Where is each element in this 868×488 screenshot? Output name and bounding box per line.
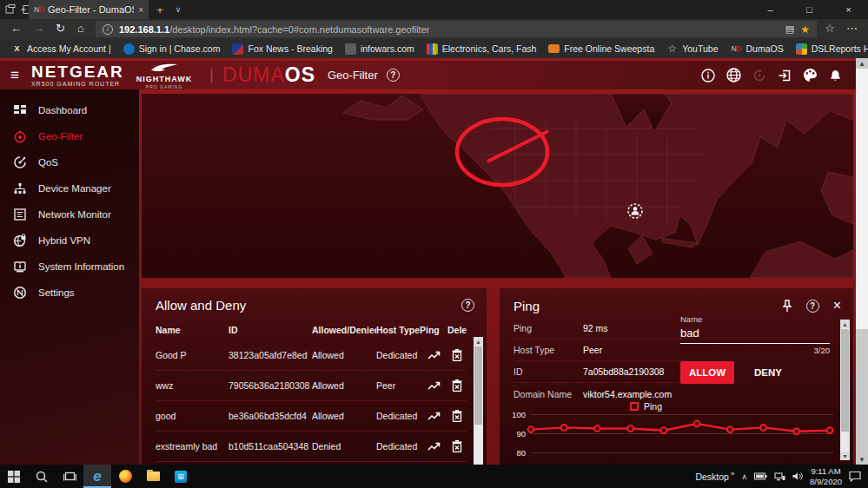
- infowars-icon: [345, 43, 356, 55]
- ping-line-chart: [522, 408, 838, 462]
- ping-data-point: [627, 425, 633, 432]
- bookmark-chase[interactable]: Sign in | Chase.com: [117, 39, 227, 58]
- ping-details: Ping92 ms Host TypePeer ID7a05bd88a21903…: [514, 318, 684, 405]
- theme-palette-icon[interactable]: [803, 68, 818, 82]
- taskbar-firefox-icon[interactable]: [111, 465, 139, 488]
- info-icon[interactable]: [701, 69, 715, 82]
- bookmark-access-account[interactable]: X Access My Account |: [5, 39, 117, 58]
- task-view-icon[interactable]: [56, 465, 83, 488]
- hamburger-menu-icon[interactable]: ≡: [10, 67, 19, 84]
- home-icon[interactable]: ⌂: [77, 22, 84, 35]
- page-scrollbar[interactable]: ▲ ▼: [856, 58, 868, 465]
- hub-favorites-icon[interactable]: ☆: [825, 22, 835, 35]
- ping-panel-scrollbar[interactable]: ▲ ▼: [840, 320, 850, 460]
- site-info-icon[interactable]: i: [103, 24, 113, 35]
- system-information-icon: [13, 260, 27, 274]
- language-globe-icon[interactable]: [726, 68, 741, 82]
- deny-button[interactable]: DENY: [746, 361, 790, 384]
- page-help-icon[interactable]: ?: [387, 69, 400, 82]
- sidebar-item-hybrid-vpn[interactable]: Hybrid VPN: [0, 228, 139, 254]
- scroll-up-icon[interactable]: ▲: [856, 58, 868, 69]
- ping-chart-icon[interactable]: [420, 412, 447, 421]
- address-bar[interactable]: i 192.168.1.1/desktop/index.html?cache=0…: [96, 21, 817, 37]
- refresh-rapp-icon[interactable]: [752, 69, 766, 82]
- ping-data-point: [760, 425, 766, 431]
- sidebar-item-device-manager[interactable]: Device Manager: [0, 175, 139, 201]
- taskbar-edge-icon[interactable]: e: [83, 465, 111, 488]
- refresh-icon[interactable]: ↻: [56, 22, 65, 35]
- sidebar-item-dashboard[interactable]: Dashboard: [0, 97, 139, 123]
- sidebar-item-network-monitor[interactable]: Network Monitor: [0, 201, 139, 228]
- allow-deny-help-icon[interactable]: ?: [461, 299, 474, 312]
- allow-deny-scrollbar[interactable]: ▲: [474, 337, 483, 465]
- page-scrollbar-thumb[interactable]: [856, 69, 868, 329]
- delete-trash-icon[interactable]: [447, 440, 467, 452]
- sidebar-item-settings[interactable]: Settings: [0, 280, 139, 306]
- battery-icon[interactable]: [754, 472, 767, 480]
- fox-news-icon: [232, 43, 243, 55]
- set-tabs-aside-icon[interactable]: [3, 3, 17, 16]
- new-tab-button[interactable]: +: [153, 3, 167, 16]
- allow-button[interactable]: ALLOW: [680, 361, 734, 384]
- window-maximize-button[interactable]: □: [790, 0, 829, 19]
- bookmark-sweepstakes[interactable]: Free Online Sweepsta: [542, 39, 660, 58]
- back-icon[interactable]: ←: [10, 22, 22, 35]
- taskbar-store-icon[interactable]: ⊞: [167, 465, 195, 488]
- ping-chart-icon[interactable]: [420, 381, 447, 391]
- table-row[interactable]: Good P 38123a05afd7e8ed Allowed Dedicate…: [156, 340, 467, 371]
- geo-filter-icon: [13, 129, 27, 143]
- logout-icon[interactable]: [778, 69, 792, 82]
- chase-icon: [123, 43, 135, 55]
- url-text[interactable]: 192.168.1.1/desktop/index.html?cache=0#c…: [119, 24, 779, 35]
- favorite-star-icon[interactable]: ★: [800, 23, 810, 36]
- window-minimize-button[interactable]: –: [751, 0, 790, 19]
- show-hidden-icons-caret[interactable]: ∧: [741, 472, 747, 481]
- tab-preview-chevron-icon[interactable]: ∨: [171, 3, 185, 16]
- bookmark-infowars[interactable]: infowars.com: [339, 39, 421, 58]
- scroll-down-icon[interactable]: ▼: [856, 454, 868, 465]
- ping-close-icon[interactable]: ×: [833, 298, 841, 313]
- tab-close-icon[interactable]: ×: [138, 5, 143, 15]
- sidebar-item-system-information[interactable]: System Information: [0, 254, 139, 280]
- name-field-label: Name: [680, 314, 830, 324]
- start-button[interactable]: [0, 465, 28, 488]
- delete-trash-icon[interactable]: [447, 349, 467, 361]
- bookmark-fox-news[interactable]: Fox News - Breaking: [226, 39, 338, 58]
- table-row[interactable]: good be36a06bd35dcfd4 Allowed Dedicated: [156, 401, 467, 432]
- allow-deny-table: Name ID Allowed/Denied Host Type Ping De…: [156, 320, 467, 462]
- volume-icon[interactable]: [792, 472, 803, 481]
- bookmark-dumaos[interactable]: ND DumaOS: [724, 39, 789, 58]
- bookmark-dslreports[interactable]: DSLReports Home : B: [790, 39, 868, 58]
- delete-trash-icon[interactable]: [447, 410, 467, 422]
- taskbar-explorer-icon[interactable]: [139, 465, 167, 488]
- sidebar-item-qos[interactable]: QoS: [0, 149, 139, 175]
- name-input[interactable]: [680, 324, 830, 344]
- pin-icon[interactable]: [782, 300, 792, 313]
- delete-trash-icon[interactable]: [447, 379, 467, 392]
- browser-tab[interactable]: ND Geo-Filter - DumaOS ×: [29, 0, 149, 19]
- settings-more-icon[interactable]: ⋯: [846, 22, 858, 35]
- desktop-toolbar[interactable]: Desktop »: [695, 472, 734, 482]
- ebay-icon: [427, 43, 438, 55]
- table-row[interactable]: exstreamly bad b10d511caa504348 Denied D…: [156, 432, 467, 462]
- bookmark-ebay[interactable]: Electronics, Cars, Fash: [421, 39, 543, 58]
- ping-panel: Ping ? × Ping92 ms Host TypePeer ID7a05b…: [500, 288, 853, 465]
- forward-icon[interactable]: →: [33, 22, 44, 35]
- network-icon[interactable]: [774, 472, 785, 481]
- taskbar-search-icon[interactable]: [28, 465, 56, 488]
- ping-chart-icon[interactable]: [420, 442, 447, 452]
- sidebar: Dashboard Geo-Filter QoS Device Manager …: [0, 89, 139, 465]
- sidebar-item-geo-filter[interactable]: Geo-Filter: [0, 123, 139, 149]
- window-close-button[interactable]: ×: [829, 0, 868, 19]
- action-center-icon[interactable]: [849, 471, 861, 482]
- ping-chart-icon[interactable]: [420, 351, 447, 360]
- reading-view-icon[interactable]: ▤: [785, 23, 794, 35]
- geo-filter-map[interactable]: [142, 94, 853, 278]
- notifications-bell-icon[interactable]: [829, 69, 842, 82]
- bookmark-youtube[interactable]: ☆ YouTube: [660, 39, 724, 58]
- ping-data-point: [594, 425, 600, 432]
- ping-data-point: [827, 427, 833, 433]
- taskbar-clock[interactable]: 9:11 AM 8/9/2020: [810, 466, 842, 487]
- ping-help-icon[interactable]: ?: [806, 300, 819, 313]
- table-row[interactable]: wwz 79056b36a2180308 Allowed Peer: [156, 371, 467, 401]
